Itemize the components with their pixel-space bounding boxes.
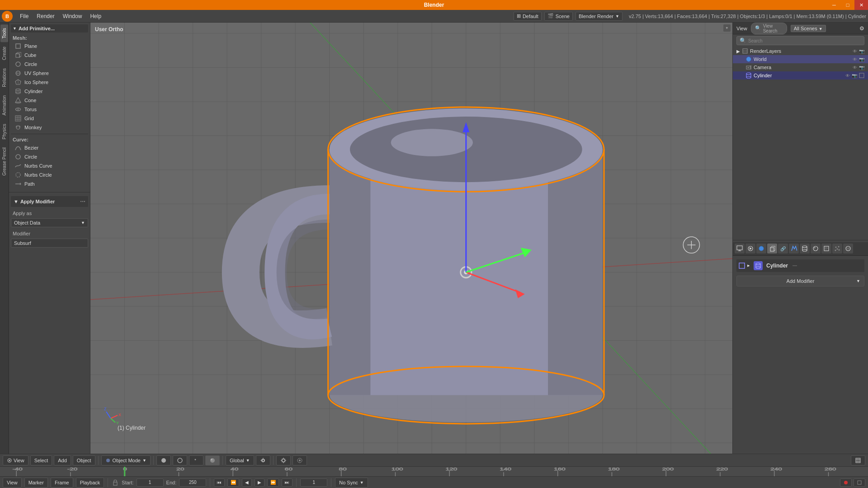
outliner-filter-btn[interactable]: ⚙ [859, 25, 864, 32]
camera-eye-icon[interactable]: 👁 [853, 65, 857, 70]
layout-switcher[interactable]: ⊞ Default [514, 12, 542, 21]
cylinder-render-icon[interactable]: 📷 [852, 73, 857, 78]
curve-item-nurbs[interactable]: Nurbs Curve [11, 161, 88, 170]
material-shade-btn[interactable] [189, 455, 203, 465]
camera-render-icon[interactable]: 📷 [859, 65, 864, 70]
modifier-input[interactable] [11, 239, 88, 248]
maximize-button[interactable]: □ [841, 0, 854, 10]
curve-item-circle[interactable]: Circle [11, 152, 88, 161]
wire-shade-btn[interactable] [173, 455, 187, 465]
footer-sep-3 [296, 478, 297, 487]
prop-tab-scene[interactable] [745, 244, 755, 253]
menu-render[interactable]: Render [33, 12, 58, 20]
play-forward-btn[interactable]: ▶ [255, 479, 264, 487]
outliner-search[interactable]: 🔍 View Search [751, 23, 787, 34]
jump-start-btn[interactable]: ⏮ [214, 479, 225, 487]
render-icon[interactable]: 📷 [859, 49, 864, 54]
overlay-btn[interactable] [851, 455, 865, 465]
prop-tab-physics[interactable] [843, 244, 853, 253]
curve-item-nurbs-circle[interactable]: Nurbs Circle [11, 170, 88, 179]
minimize-button[interactable]: ─ [827, 0, 841, 10]
menu-window[interactable]: Window [59, 12, 86, 20]
render-engine-selector[interactable]: Blender Render ▼ [576, 12, 623, 21]
tab-tools[interactable]: Tools [0, 24, 8, 42]
mesh-item-monkey[interactable]: Monkey [11, 123, 88, 132]
tab-create[interactable]: Create [0, 43, 8, 64]
footer-playback-btn[interactable]: Playback [76, 478, 104, 488]
all-scenes-dropdown[interactable]: All Scenes ▼ [791, 25, 826, 32]
solid-shade-btn[interactable] [156, 455, 171, 465]
search-bar[interactable]: 🔍 Search [736, 36, 864, 45]
prop-tab-particles[interactable] [832, 244, 842, 253]
pivot-btn[interactable] [256, 455, 270, 465]
toolbar-add-btn[interactable]: Add [54, 455, 71, 465]
prop-tab-data[interactable] [800, 244, 810, 253]
outliner-item-cylinder[interactable]: Cylinder 👁 📷 [733, 71, 868, 80]
play-reverse-btn[interactable]: ◀ [242, 479, 252, 487]
mesh-item-cone[interactable]: Cone [11, 96, 88, 105]
footer-view-btn[interactable]: View [3, 478, 22, 488]
prop-tab-texture[interactable] [821, 244, 831, 253]
viewport[interactable]: User Ortho + (1) Cylinder Z X Y [90, 23, 732, 454]
outliner-item-world[interactable]: World 👁 📷 [733, 55, 868, 63]
eye-icon[interactable]: 👁 [853, 49, 857, 54]
mesh-item-circle[interactable]: Circle [11, 60, 88, 69]
footer-frame-btn[interactable]: Frame [51, 478, 73, 488]
tab-animation[interactable]: Animation [0, 92, 8, 119]
step-forward-btn[interactable]: ⏩ [267, 479, 279, 487]
menu-file[interactable]: File [16, 12, 32, 20]
rendered-shade-btn[interactable] [205, 455, 220, 465]
world-render-icon[interactable]: 📷 [859, 57, 864, 62]
snap-btn[interactable] [276, 455, 291, 465]
curve-item-path[interactable]: Path [11, 179, 88, 188]
apply-modifier-header[interactable]: ▼ Apply Modifier ··· [11, 196, 88, 207]
jump-end-btn[interactable]: ⏭ [282, 479, 292, 487]
add-modifier-button[interactable]: Add Modifier [736, 276, 864, 286]
mesh-item-grid[interactable]: Grid [11, 114, 88, 123]
current-frame-input[interactable] [300, 479, 327, 487]
world-eye-icon[interactable]: 👁 [853, 57, 857, 62]
keying-record-btn[interactable] [840, 479, 852, 487]
prop-tab-world[interactable] [756, 244, 766, 253]
prop-tab-object[interactable] [767, 244, 777, 253]
end-input[interactable] [179, 479, 206, 487]
tab-grease-pencil[interactable]: Grease Pencil [0, 144, 8, 179]
mesh-item-cube[interactable]: Cube [11, 51, 88, 60]
global-dropdown[interactable]: Global ▼ [226, 455, 254, 465]
prop-tab-constraints[interactable]: 🔗 [778, 244, 788, 253]
prop-tab-modifiers[interactable] [789, 244, 799, 253]
anim-props-btn[interactable] [854, 479, 865, 487]
apply-modifier-dots[interactable]: ··· [80, 198, 85, 205]
outliner-view-btn[interactable]: View [736, 26, 747, 31]
outliner-item-renderlayers[interactable]: ▶ RenderLayers 👁 📷 [733, 47, 868, 55]
cylinder-settings-icon[interactable] [859, 73, 864, 78]
start-input[interactable] [137, 479, 164, 487]
scene-selector[interactable]: 🎬 Scene [544, 12, 573, 21]
outliner-item-camera[interactable]: Camera 👁 📷 [733, 63, 868, 71]
mesh-item-plane[interactable]: Plane [11, 42, 88, 51]
footer-marker-btn[interactable]: Marker [24, 478, 48, 488]
tab-relations[interactable]: Relations [0, 65, 8, 91]
toolbar-object-btn[interactable]: Object [73, 455, 95, 465]
proportional-btn[interactable] [292, 455, 307, 465]
close-button[interactable]: ✕ [854, 0, 868, 10]
mesh-item-icosphere[interactable]: Ico Sphere [11, 78, 88, 87]
apply-dropdown-arrow: ▼ [81, 221, 85, 225]
toolbar-view-btn[interactable]: View [3, 455, 28, 465]
toolbar-select-btn[interactable]: Select [30, 455, 52, 465]
mode-dropdown[interactable]: Object Mode ▼ [101, 455, 151, 465]
menu-help[interactable]: Help [86, 12, 105, 20]
step-back-btn[interactable]: ⏪ [227, 479, 239, 487]
curve-item-bezier[interactable]: Bezier [11, 143, 88, 152]
mesh-item-uvsphere[interactable]: UV Sphere [11, 69, 88, 78]
cylinder-eye-icon[interactable]: 👁 [845, 73, 850, 78]
apply-as-dropdown[interactable]: Object Data ▼ [11, 218, 88, 227]
prop-tab-material[interactable] [811, 244, 821, 253]
add-primitive-header[interactable]: ▼ Add Primitive... [11, 24, 88, 33]
tab-physics[interactable]: Physics [0, 120, 8, 143]
prop-tab-render[interactable] [735, 244, 745, 253]
mesh-item-torus[interactable]: Torus [11, 105, 88, 114]
viewport-corner-btn[interactable]: + [723, 24, 731, 32]
sync-dropdown[interactable]: No Sync ▼ [335, 478, 368, 488]
mesh-item-cylinder[interactable]: Cylinder [11, 87, 88, 96]
